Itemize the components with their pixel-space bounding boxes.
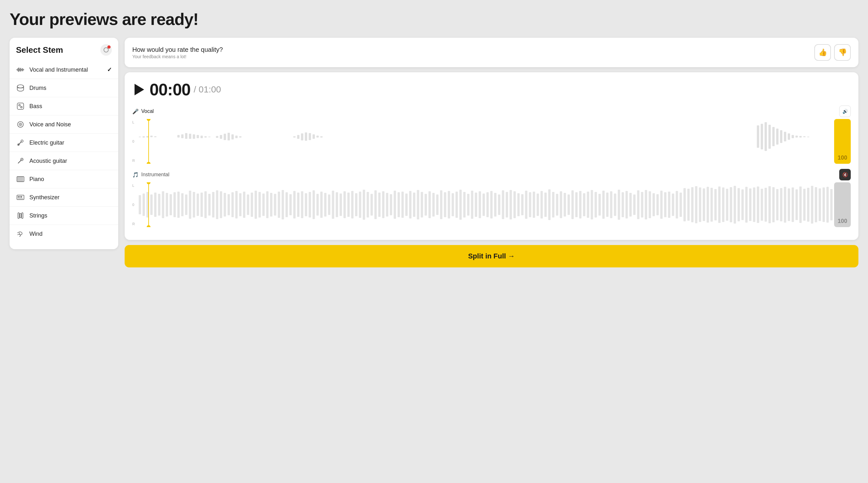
- svg-rect-155: [436, 195, 438, 215]
- vocal-playhead: [148, 119, 149, 164]
- instrumental-mute-button[interactable]: 🔇: [839, 169, 851, 180]
- vocal-mute-icon: 🔊: [842, 109, 848, 114]
- svg-rect-246: [788, 189, 790, 221]
- stem-panel-header: Select Stem: [9, 44, 118, 61]
- thumbs-down-button[interactable]: 👎: [834, 44, 851, 61]
- svg-point-19: [22, 159, 22, 160]
- svg-rect-138: [370, 194, 373, 216]
- svg-rect-61: [313, 134, 315, 139]
- svg-rect-97: [212, 192, 214, 218]
- stem-label-voice-noise: Voice and Noise: [29, 121, 112, 128]
- svg-rect-101: [227, 194, 230, 215]
- stem-item-electric-guitar[interactable]: Electric guitar: [9, 134, 118, 152]
- svg-rect-236: [749, 189, 751, 221]
- play-button[interactable]: [132, 83, 146, 96]
- svg-rect-153: [429, 191, 431, 218]
- svg-rect-193: [583, 193, 585, 216]
- svg-rect-40: [177, 135, 180, 138]
- svg-rect-198: [602, 191, 604, 219]
- stem-item-acoustic-guitar[interactable]: Acoustic guitar: [9, 152, 118, 170]
- instrumental-waveform-visual[interactable]: // Will generate via inline approach: [139, 182, 834, 227]
- svg-rect-94: [200, 193, 203, 217]
- svg-rect-109: [258, 192, 261, 218]
- svg-rect-50: [220, 135, 222, 139]
- svg-rect-245: [784, 187, 786, 223]
- svg-rect-225: [707, 187, 709, 223]
- svg-rect-137: [367, 192, 369, 218]
- svg-rect-10: [17, 103, 24, 109]
- instrumental-waveform-svg: // Will generate via inline approach: [139, 182, 834, 227]
- svg-rect-220: [687, 189, 690, 221]
- svg-rect-102: [231, 192, 234, 217]
- vocal-mute-button[interactable]: 🔊: [839, 106, 851, 117]
- svg-rect-106: [247, 195, 249, 215]
- svg-rect-82: [154, 193, 156, 217]
- svg-rect-170: [494, 193, 496, 217]
- svg-rect-105: [243, 192, 245, 218]
- svg-rect-144: [394, 191, 396, 219]
- svg-rect-187: [560, 191, 562, 218]
- stem-icon-vocal-instrumental: [16, 65, 25, 74]
- svg-rect-125: [320, 192, 322, 218]
- svg-point-16: [21, 140, 23, 142]
- svg-rect-250: [803, 189, 805, 221]
- instrumental-playhead-bottom: [147, 225, 151, 227]
- svg-rect-124: [316, 194, 319, 216]
- stem-item-synthesizer[interactable]: Synthesizer: [9, 189, 118, 207]
- vocal-waveform-visual[interactable]: [139, 119, 834, 164]
- svg-rect-135: [359, 192, 361, 218]
- svg-rect-163: [467, 194, 469, 216]
- stem-label-vocal-instrumental: Vocal and Instrumental: [29, 66, 107, 73]
- svg-rect-154: [432, 193, 435, 217]
- feedback-buttons: 👍 👎: [814, 44, 851, 61]
- stem-record-inner: [103, 47, 108, 53]
- svg-rect-182: [540, 191, 542, 219]
- svg-rect-4: [21, 68, 21, 72]
- svg-rect-100: [224, 193, 226, 217]
- svg-rect-54: [235, 136, 238, 138]
- stem-item-drums[interactable]: Drums: [9, 79, 118, 97]
- svg-rect-139: [374, 190, 376, 219]
- split-full-button[interactable]: Split in Full →: [125, 245, 859, 267]
- vocal-volume-slider[interactable]: 100: [834, 119, 851, 164]
- svg-rect-218: [679, 193, 682, 217]
- svg-rect-76: [803, 136, 805, 137]
- stem-item-wind[interactable]: Wind: [9, 225, 118, 243]
- svg-rect-256: [827, 187, 829, 223]
- stem-item-strings[interactable]: Strings: [9, 207, 118, 225]
- svg-rect-178: [525, 191, 527, 219]
- stem-icon-synthesizer: [16, 193, 25, 202]
- play-icon: [134, 84, 144, 95]
- svg-rect-196: [594, 192, 597, 218]
- thumbs-up-button[interactable]: 👍: [814, 44, 831, 61]
- stem-item-vocal-instrumental[interactable]: Vocal and Instrumental ✓: [9, 61, 118, 79]
- svg-rect-48: [208, 137, 211, 137]
- svg-rect-177: [521, 194, 524, 215]
- svg-rect-29: [20, 196, 21, 198]
- svg-rect-141: [382, 191, 384, 218]
- stem-label-wind: Wind: [29, 231, 112, 237]
- instrumental-label-text: Instrumental: [141, 172, 169, 177]
- svg-rect-206: [633, 195, 636, 215]
- instrumental-track-container: 🎵 Instrumental 🔇 L 0 R: [132, 169, 851, 227]
- svg-rect-58: [301, 133, 303, 140]
- svg-rect-132: [347, 193, 350, 217]
- svg-rect-103: [235, 191, 238, 219]
- svg-rect-175: [514, 191, 516, 218]
- svg-rect-221: [691, 187, 693, 222]
- svg-rect-257: [830, 189, 833, 220]
- instrumental-volume-slider[interactable]: 100: [834, 182, 851, 227]
- instrumental-waveform-area: L 0 R // Will genera: [132, 182, 851, 227]
- svg-rect-78: [139, 195, 141, 214]
- svg-rect-253: [815, 187, 817, 222]
- svg-rect-165: [475, 193, 477, 217]
- svg-rect-140: [378, 193, 381, 217]
- instrumental-playhead: [148, 182, 149, 227]
- stem-item-bass[interactable]: Bass: [9, 97, 118, 115]
- svg-rect-33: [20, 214, 21, 218]
- vocal-volume-value: 100: [838, 154, 847, 164]
- stem-item-voice-noise[interactable]: Voice and Noise: [9, 115, 118, 134]
- svg-rect-66: [765, 122, 767, 151]
- stem-item-piano[interactable]: Piano: [9, 170, 118, 189]
- stem-record-button[interactable]: [100, 44, 112, 56]
